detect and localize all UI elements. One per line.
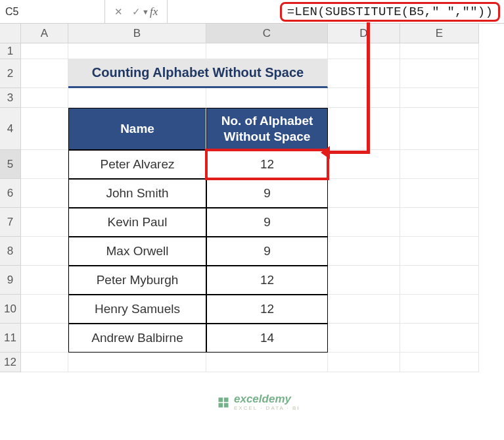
cell-a4[interactable]: [21, 108, 68, 150]
cell-a10[interactable]: [21, 295, 68, 324]
row-header-10[interactable]: 10: [0, 295, 21, 324]
cell-d8[interactable]: [328, 237, 400, 266]
cell-e12[interactable]: [400, 353, 479, 372]
watermark-text: exceldemy: [234, 393, 300, 404]
col-header-a[interactable]: A: [21, 24, 68, 43]
cell-b11[interactable]: Andrew Balbirne: [68, 324, 206, 353]
cell-d12[interactable]: [328, 353, 400, 372]
cell-d3[interactable]: [328, 88, 400, 108]
watermark-logo-icon: [217, 396, 230, 409]
cell-a6[interactable]: [21, 179, 68, 208]
cell-c6[interactable]: 9: [206, 179, 328, 208]
cell-c1[interactable]: [206, 43, 328, 59]
cell-e11[interactable]: [400, 324, 479, 353]
cell-b3[interactable]: [68, 88, 206, 108]
cell-b9[interactable]: Peter Myburgh: [68, 266, 206, 295]
cell-c3[interactable]: [206, 88, 328, 108]
cell-c11[interactable]: 14: [206, 324, 328, 353]
cell-d9[interactable]: [328, 266, 400, 295]
row-header-3[interactable]: 3: [0, 88, 21, 108]
cell-b5[interactable]: Peter Alvarez: [68, 150, 206, 179]
cell-d10[interactable]: [328, 295, 400, 324]
table-header-name[interactable]: Name: [68, 108, 206, 150]
cell-c10[interactable]: 12: [206, 295, 328, 324]
cell-e5[interactable]: [400, 150, 479, 179]
cell-c8[interactable]: 9: [206, 237, 328, 266]
name-box-dropdown-icon[interactable]: ▼: [142, 0, 149, 23]
formula-input-container[interactable]: =LEN(SUBSTITUTE(B5," ","")): [168, 0, 504, 23]
title-cell[interactable]: Counting Alphabet Without Space: [68, 59, 328, 88]
cell-a7[interactable]: [21, 208, 68, 237]
worksheet-grid: A B C D E 1 2 3 4 5 6 7 8 9 10 11 12 Cou…: [0, 24, 504, 372]
cell-b7[interactable]: Kevin Paul: [68, 208, 206, 237]
cell-b1[interactable]: [68, 43, 206, 59]
select-all-corner[interactable]: [0, 24, 21, 43]
col-header-d[interactable]: D: [328, 24, 400, 43]
formula-bar-row: ▼ ✕ ✓ fx =LEN(SUBSTITUTE(B5," ","")): [0, 0, 504, 24]
watermark: exceldemy EXCEL · DATA · BI: [217, 393, 300, 411]
col-header-b[interactable]: B: [68, 24, 206, 43]
name-box[interactable]: [0, 0, 142, 23]
row-header-6[interactable]: 6: [0, 179, 21, 208]
cell-e2[interactable]: [400, 59, 479, 88]
cell-d2[interactable]: [328, 59, 400, 88]
cell-d4[interactable]: [328, 108, 400, 150]
cell-b8[interactable]: Max Orwell: [68, 237, 206, 266]
name-box-container: ▼: [0, 0, 105, 23]
row-header-7[interactable]: 7: [0, 208, 21, 237]
row-header-12[interactable]: 12: [0, 353, 21, 372]
cell-e10[interactable]: [400, 295, 479, 324]
cell-d7[interactable]: [328, 208, 400, 237]
cell-e8[interactable]: [400, 237, 479, 266]
row-header-9[interactable]: 9: [0, 266, 21, 295]
table-header-count[interactable]: No. of Alphabet Without Space: [206, 108, 328, 150]
watermark-subtext: EXCEL · DATA · BI: [234, 406, 300, 411]
cell-a12[interactable]: [21, 353, 68, 372]
row-header-1[interactable]: 1: [0, 43, 21, 59]
row-header-4[interactable]: 4: [0, 108, 21, 150]
row-header-2[interactable]: 2: [0, 59, 21, 88]
cell-a2[interactable]: [21, 59, 68, 88]
cell-e4[interactable]: [400, 108, 479, 150]
col-header-e[interactable]: E: [400, 24, 479, 43]
cell-a3[interactable]: [21, 88, 68, 108]
cell-a8[interactable]: [21, 237, 68, 266]
row-header-11[interactable]: 11: [0, 324, 21, 353]
cell-a5[interactable]: [21, 150, 68, 179]
cell-a9[interactable]: [21, 266, 68, 295]
cell-b10[interactable]: Henry Samuels: [68, 295, 206, 324]
cell-e3[interactable]: [400, 88, 479, 108]
cell-d11[interactable]: [328, 324, 400, 353]
row-header-8[interactable]: 8: [0, 237, 21, 266]
formula-text[interactable]: =LEN(SUBSTITUTE(B5," ","")): [280, 2, 500, 22]
col-header-c[interactable]: C: [206, 24, 328, 43]
cell-c9[interactable]: 12: [206, 266, 328, 295]
cell-d5[interactable]: [328, 150, 400, 179]
cell-b12[interactable]: [68, 353, 206, 372]
cell-a11[interactable]: [21, 324, 68, 353]
cell-c12[interactable]: [206, 353, 328, 372]
insert-function-icon[interactable]: fx: [150, 6, 158, 17]
cell-c5[interactable]: 12: [206, 150, 328, 179]
cell-a1[interactable]: [21, 43, 68, 59]
cell-e9[interactable]: [400, 266, 479, 295]
cell-d1[interactable]: [328, 43, 400, 59]
cell-e1[interactable]: [400, 43, 479, 59]
cell-e6[interactable]: [400, 179, 479, 208]
cell-d6[interactable]: [328, 179, 400, 208]
row-header-5[interactable]: 5: [0, 150, 21, 179]
cell-b6[interactable]: John Smith: [68, 179, 206, 208]
cell-c7[interactable]: 9: [206, 208, 328, 237]
cell-e7[interactable]: [400, 208, 479, 237]
